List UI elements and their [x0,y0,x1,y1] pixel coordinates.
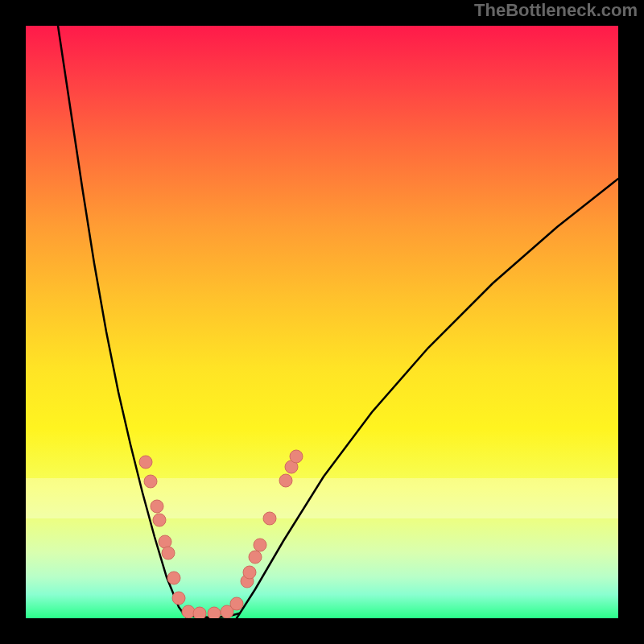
data-dot [167,572,180,584]
data-dot [249,551,262,564]
bottleneck-right-branch [237,179,618,618]
dot-group [139,450,303,618]
data-dot [243,566,256,579]
data-dot [144,475,157,488]
data-dot [182,605,195,618]
curve-layer [26,26,618,618]
data-dot [230,597,243,610]
chart-frame: TheBottleneck.com [0,0,644,644]
data-dot [159,535,171,548]
data-dot [153,514,166,526]
data-dot [290,450,303,463]
data-dot [279,474,292,487]
data-dot [193,607,206,618]
data-dot [162,547,175,559]
data-dot [172,592,185,605]
data-dot [263,512,276,525]
data-dot [151,500,163,513]
data-dot [139,456,152,469]
data-dot [208,607,221,618]
watermark-text: TheBottleneck.com [474,0,638,21]
data-dot [254,539,266,551]
bottleneck-left-branch [58,26,187,618]
plot-area [26,26,618,618]
